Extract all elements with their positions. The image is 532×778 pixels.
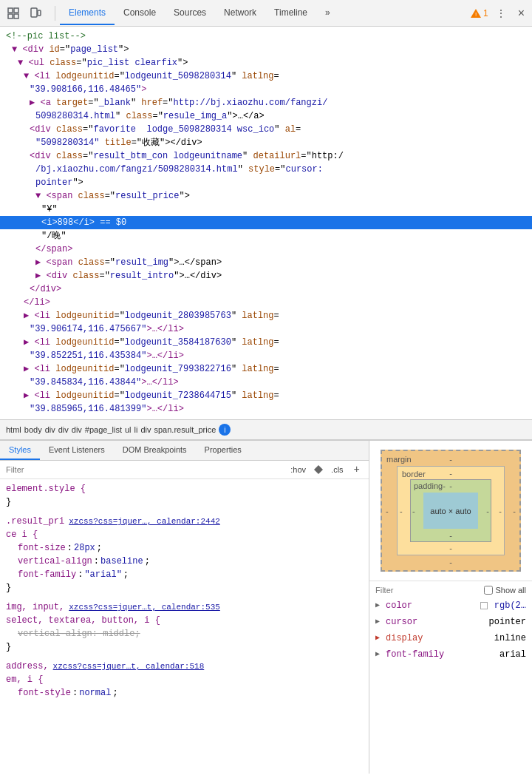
tree-line[interactable]: /bj.xiaozhu.com/fangzi/5098280314.html" … <box>0 163 532 176</box>
breadcrumb-body[interactable]: body <box>24 425 42 434</box>
css-val-font-size: 28px <box>74 541 95 555</box>
breadcrumb-ul[interactable]: ul <box>125 425 132 434</box>
css-selector-img: img, input, <box>6 601 64 614</box>
tab-console[interactable]: Console <box>115 1 165 25</box>
tree-line-yen[interactable]: "¥" <box>0 203 532 216</box>
css-source-link-3[interactable]: xzcss?css=jquer…t, calendar:518 <box>53 660 205 673</box>
tree-line[interactable]: ▶ <li lodgeunitid="lodgeunit_7993822716"… <box>0 362 532 376</box>
prop-expand-cursor[interactable]: ▶ <box>375 615 383 629</box>
close-devtools-button[interactable]: × <box>514 4 529 23</box>
prop-row-cursor[interactable]: ▶ cursor pointer <box>375 614 526 630</box>
tree-line[interactable]: </li> <box>0 296 532 309</box>
toolbar-icons <box>3 3 46 24</box>
tab-more[interactable]: » <box>316 1 339 25</box>
tree-line[interactable]: </span> <box>0 243 532 256</box>
tab-styles[interactable]: Styles <box>0 441 40 460</box>
tab-dom-breakpoints[interactable]: DOM Breakpoints <box>114 441 196 460</box>
css-source-link[interactable]: xzcss?css=jquer…, calendar:2442 <box>69 515 220 528</box>
tree-line[interactable]: "39.852251,116.435384">…</li> <box>0 349 532 362</box>
state-diamond-icon[interactable] <box>313 464 324 475</box>
tree-line[interactable]: "5098280314" title="收藏"></div> <box>0 136 532 149</box>
css-prop-font-family: font-family <box>18 568 76 581</box>
border-right-value: - <box>499 507 502 515</box>
tree-line[interactable]: ▶ <div class="result_intro">…</div> <box>0 269 532 283</box>
breadcrumb-html[interactable]: html <box>6 425 21 434</box>
margin-left-value: - <box>386 507 389 515</box>
css-prop-font-size: font-size <box>18 541 66 555</box>
computed-filter-input[interactable] <box>375 586 480 595</box>
tree-line[interactable]: ▶ <span class="result_img">…</span> <box>0 256 532 269</box>
tree-line[interactable]: pointer"> <box>0 176 532 189</box>
toolbar-divider <box>55 6 55 21</box>
breadcrumb-div-1[interactable]: div <box>45 425 55 434</box>
css-source-link-2[interactable]: xzcss?css=jquer…t, calendar:535 <box>69 601 220 614</box>
breadcrumb-div-2[interactable]: div <box>58 425 69 434</box>
tab-network[interactable]: Network <box>215 1 265 25</box>
tab-elements[interactable]: Elements <box>60 1 115 25</box>
panel-tabs: Styles Event Listeners DOM Breakpoints P… <box>0 441 369 461</box>
breadcrumb-span[interactable]: span.result_price <box>154 425 216 434</box>
css-selector-result-pri: .result_pri <box>6 515 64 528</box>
tab-sources[interactable]: Sources <box>165 1 215 25</box>
tree-line[interactable]: ▼ <ul class="pic_list clearfix"> <box>0 56 532 70</box>
tree-line[interactable]: "39.906174,116.475667">…</li> <box>0 322 532 336</box>
breadcrumb-info-button[interactable]: i <box>219 424 231 436</box>
svg-marker-8 <box>314 465 323 474</box>
tree-line[interactable]: "39.845834,116.43844">…</li> <box>0 376 532 389</box>
tree-line[interactable]: ▼ <div id="page_list"> <box>0 43 532 56</box>
prop-expand-font-family[interactable]: ▶ <box>375 648 383 661</box>
devtools-toolbar: Elements Console Sources Network Timelin… <box>0 0 532 27</box>
css-selector: element.style { <box>6 482 86 495</box>
css-selector-em-i: em, i { <box>6 673 43 686</box>
tree-line[interactable]: ▶ <li lodgeunitid="lodgeunit_7238644715"… <box>0 389 532 402</box>
content-size-label: auto × auto <box>430 507 471 515</box>
warning-badge[interactable]: ! 1 <box>470 8 488 18</box>
tree-line[interactable]: "/晚" <box>0 229 532 243</box>
breadcrumb-div-3[interactable]: div <box>72 425 82 434</box>
svg-rect-1 <box>14 8 18 13</box>
tree-line[interactable]: </div> <box>0 283 532 296</box>
more-menu-button[interactable]: ⋮ <box>491 4 511 22</box>
tree-line[interactable]: ▶ <li lodgeunitid="lodgeunit_2803985763"… <box>0 309 532 322</box>
tree-line[interactable]: ▶ <a target="_blank" href="http://bj.xia… <box>0 96 532 109</box>
prop-row-color[interactable]: ▶ color rgb(2… <box>375 598 526 614</box>
tab-event-listeners[interactable]: Event Listeners <box>40 441 114 460</box>
tree-line[interactable]: ▼ <span class="result_price"> <box>0 189 532 203</box>
breadcrumb-div-4[interactable]: div <box>140 425 151 434</box>
padding-label: padding- <box>414 481 446 490</box>
css-val-font-style: normal <box>79 686 111 700</box>
styles-filter-input[interactable] <box>6 465 283 474</box>
prop-expand-display[interactable]: ▶ <box>375 632 383 645</box>
styles-panel: Styles Event Listeners DOM Breakpoints P… <box>0 441 369 774</box>
prop-row-display[interactable]: ▶ display inline <box>375 630 526 646</box>
prop-name-display: display <box>386 632 423 645</box>
tree-line[interactable]: "39.908166,116.48465"> <box>0 83 532 96</box>
add-style-button[interactable]: + <box>351 464 363 476</box>
box-model-panel: margin - - - - border - - - - padding- <box>369 441 532 774</box>
cls-button[interactable]: .cls <box>328 464 347 476</box>
prop-name-font-family: font-family <box>386 648 444 661</box>
tree-line-selected[interactable]: <i>898</i> == $0 <box>0 216 532 229</box>
tree-line[interactable]: <!--pic list--> <box>0 30 532 43</box>
device-toolbar-button[interactable] <box>25 3 46 24</box>
inspect-button[interactable] <box>3 3 24 24</box>
tab-properties[interactable]: Properties <box>196 441 250 460</box>
show-all-check[interactable] <box>484 586 493 595</box>
show-all-checkbox[interactable]: Show all <box>484 586 526 595</box>
tree-line[interactable]: 5098280314.html" class="resule_img_a">…<… <box>0 109 532 123</box>
prop-row-font-family[interactable]: ▶ font-family arial <box>375 646 526 663</box>
margin-top-value: - <box>449 455 452 464</box>
svg-rect-3 <box>14 14 18 18</box>
tab-timeline[interactable]: Timeline <box>265 1 316 25</box>
breadcrumb-li[interactable]: li <box>134 425 138 434</box>
tree-line[interactable]: <div class="favorite lodge_5098280314 ws… <box>0 123 532 136</box>
prop-val-color: rgb(2… <box>480 599 526 612</box>
tree-line[interactable]: <div class="result_btm_con lodgeunitname… <box>0 149 532 163</box>
breadcrumb-pagelist[interactable]: #page_list <box>85 425 122 434</box>
border-left-value: - <box>400 507 403 515</box>
tree-line[interactable]: "39.885965,116.481399">…</li> <box>0 402 532 416</box>
tree-line[interactable]: ▶ <li lodgeunitid="lodgeunit_3584187630"… <box>0 336 532 349</box>
prop-expand-color[interactable]: ▶ <box>375 599 383 612</box>
tree-line[interactable]: ▼ <li lodgeunitid="lodgeunit_5098280314"… <box>0 70 532 83</box>
hov-button[interactable]: :hov <box>287 464 309 476</box>
